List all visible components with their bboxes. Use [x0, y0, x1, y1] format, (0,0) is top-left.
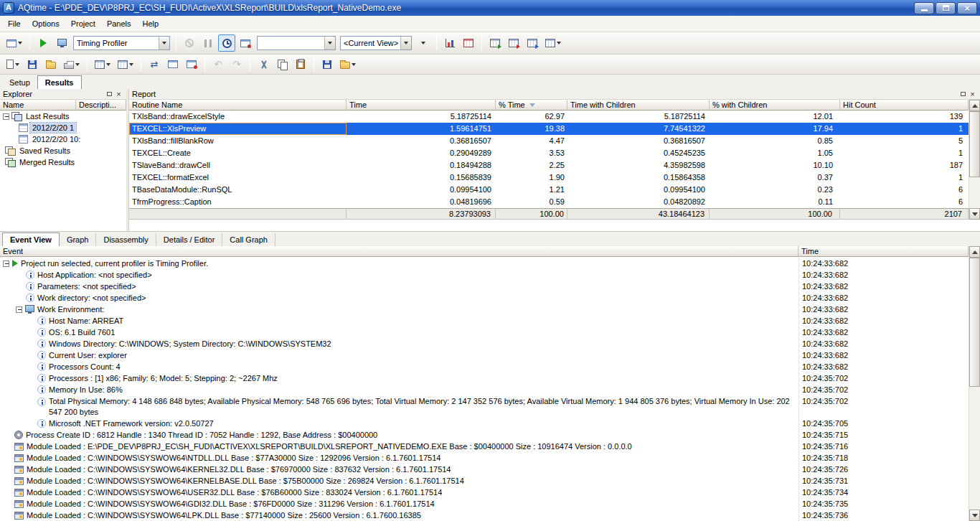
print-button[interactable] — [61, 56, 83, 73]
panel-float-button[interactable] — [105, 90, 114, 98]
swap-panels-button[interactable]: ⇄ — [146, 56, 163, 73]
current-view-arrow[interactable] — [400, 37, 411, 50]
explorer-column-name[interactable]: Name — [0, 100, 76, 111]
scroll-down-button[interactable] — [969, 208, 980, 220]
add-module-button[interactable] — [92, 56, 113, 73]
profiler-select-arrow[interactable] — [159, 37, 169, 50]
tree-item-last-results[interactable]: Last Results — [0, 111, 126, 122]
panel-layout-button[interactable] — [164, 56, 182, 73]
undo-button[interactable]: ↶ — [209, 56, 227, 73]
copy-button[interactable] — [273, 56, 291, 73]
scroll-down-button[interactable] — [969, 510, 980, 521]
report-row-selected[interactable]: TEXCEL::XlsPreview1.5961475119.387.74541… — [129, 123, 969, 135]
terminate-button[interactable] — [181, 34, 198, 52]
tab-event-view[interactable]: Event View — [2, 233, 60, 246]
get-results-button[interactable] — [218, 34, 235, 52]
column-percent-with-children[interactable]: % with Children — [710, 100, 840, 111]
event-row[interactable]: Process Create ID : 6812 Handle : 1340 T… — [0, 429, 969, 441]
scrollbar-thumb[interactable] — [969, 111, 980, 177]
compare-results-button[interactable] — [486, 34, 504, 52]
scroll-up-button[interactable] — [969, 246, 980, 258]
event-row[interactable]: Module Loaded : C:\WINDOWS\SYSWOW64\USER… — [0, 487, 969, 498]
menu-panels[interactable]: Panels — [101, 17, 137, 31]
column-percent-time[interactable]: % Time — [496, 100, 567, 111]
scrollbar-track[interactable] — [969, 258, 980, 510]
save-results-button[interactable] — [319, 56, 336, 73]
scrollbar-thumb[interactable] — [969, 258, 980, 387]
results-options-button[interactable] — [542, 34, 564, 52]
report-row[interactable]: TXlsBand::fillBlankRow0.368165074.470.36… — [129, 135, 969, 147]
profiler-select[interactable]: Timing Profiler — [73, 36, 170, 50]
result-filter-select[interactable] — [257, 36, 336, 50]
report-row[interactable]: TEXCEL::Create0.290492893.530.452452351.… — [129, 147, 969, 159]
collapse-toggle-icon[interactable] — [3, 113, 9, 120]
export-results-button[interactable] — [524, 34, 541, 52]
event-row[interactable]: Parameters: <not specified> 10:24:33:682 — [0, 281, 969, 292]
event-row[interactable]: Module Loaded : E:\PDE_DEV\P8PRJ_EC\SH_F… — [0, 441, 969, 452]
panel-close-button[interactable]: × — [114, 90, 123, 98]
open-button[interactable] — [42, 56, 60, 73]
menu-options[interactable]: Options — [27, 17, 65, 31]
event-row[interactable]: Processors : [1] x86; Family: 6; Model: … — [0, 372, 969, 384]
report-row[interactable]: TXlsBand::drawExcelStyle5.1872511462.975… — [129, 111, 969, 123]
current-view-select[interactable]: <Current View> — [340, 36, 412, 50]
save-button[interactable] — [24, 56, 41, 73]
tab-graph[interactable]: Graph — [60, 233, 97, 246]
new-button[interactable] — [4, 56, 22, 73]
menu-help[interactable]: Help — [137, 17, 165, 31]
run-mode-button[interactable] — [53, 34, 70, 52]
panel-layout-alt-button[interactable] — [183, 56, 200, 73]
event-row[interactable]: Memory In Use: 86% 10:24:35:702 — [0, 384, 969, 395]
open-results-button[interactable] — [337, 56, 359, 73]
paste-button[interactable] — [292, 56, 309, 73]
report-scrollbar[interactable] — [969, 100, 980, 220]
event-row[interactable]: Module Loaded : C:\WINDOWS\SYSWOW64\NTDL… — [0, 452, 969, 464]
column-hit-count[interactable]: Hit Count — [840, 100, 969, 111]
explorer-column-description[interactable]: Descripti... — [76, 100, 126, 111]
event-row[interactable]: Module Loaded : C:\WINDOWS\SYSWOW64\KERN… — [0, 464, 969, 475]
run-button[interactable] — [34, 34, 52, 52]
close-button[interactable]: × — [957, 2, 977, 14]
tree-item-result-2[interactable]: 2012/2/20 10: — [0, 133, 126, 145]
event-row[interactable]: Module Loaded : C:\WINDOWS\SYSWOW64\KERN… — [0, 475, 969, 487]
event-row[interactable]: Work Environment: 10:24:33:682 — [0, 304, 969, 315]
tab-call-graph[interactable]: Call Graph — [222, 233, 275, 246]
redo-button[interactable]: ↷ — [228, 56, 245, 73]
event-row[interactable]: Total Physical Memory: 4 148 686 848 byt… — [0, 395, 969, 418]
event-row[interactable]: Work directory: <not specified> 10:24:33… — [0, 292, 969, 304]
panel-close-button[interactable]: × — [968, 90, 977, 98]
report-row[interactable]: TSlaveBand::drawCell0.184942882.254.3598… — [129, 159, 969, 172]
scroll-up-button[interactable] — [969, 100, 980, 111]
tree-item-merged-results[interactable]: Merged Results — [0, 156, 126, 168]
event-row[interactable]: Module Loaded : C:\WINDOWS\SYSWOW64\LPK.… — [0, 510, 969, 521]
column-event[interactable]: Event — [0, 246, 798, 257]
show-graph-button[interactable] — [441, 34, 458, 52]
report-row[interactable]: TEXCEL::formatExcel0.156858391.900.15864… — [129, 172, 969, 184]
tab-disassembly[interactable]: Disassembly — [96, 233, 156, 246]
collapse-toggle-icon[interactable] — [16, 306, 22, 313]
event-scrollbar[interactable] — [969, 246, 980, 521]
column-routine-name[interactable]: Routine Name — [129, 100, 347, 111]
event-row[interactable]: Windows Directory: C:\WINDOWS; System Di… — [0, 338, 969, 349]
report-row[interactable]: TBaseDataModule::RunSQL0.099541001.210.0… — [129, 184, 969, 196]
panel-float-button[interactable] — [958, 90, 968, 98]
event-row[interactable]: Host Application: <not specified> 10:24:… — [0, 269, 969, 281]
event-row[interactable]: Processors Count: 4 10:24:33:682 — [0, 361, 969, 372]
scrollbar-track[interactable] — [969, 111, 980, 208]
open-project-button[interactable] — [4, 34, 25, 52]
clear-results-button[interactable] — [237, 34, 254, 52]
pause-button[interactable] — [199, 34, 217, 52]
tab-setup[interactable]: Setup — [2, 76, 37, 89]
collapse-toggle-icon[interactable] — [3, 260, 9, 267]
column-time-with-children[interactable]: Time with Children — [567, 100, 710, 111]
result-filter-arrow[interactable] — [324, 37, 335, 50]
column-time[interactable]: Time — [347, 100, 496, 111]
show-grid-button[interactable] — [460, 34, 477, 52]
event-row[interactable]: Microsoft .NET Framework version: v2.0.5… — [0, 418, 969, 429]
merge-results-button[interactable] — [505, 34, 522, 52]
tree-item-saved-results[interactable]: Saved Results — [0, 145, 126, 156]
event-row[interactable]: Current User: explorer 10:24:33:682 — [0, 349, 969, 361]
menu-file[interactable]: File — [2, 17, 27, 31]
event-row[interactable]: Host Name: ARREAT 10:24:33:682 — [0, 315, 969, 327]
tree-item-result-1[interactable]: 2012/2/20 1 — [0, 122, 126, 133]
